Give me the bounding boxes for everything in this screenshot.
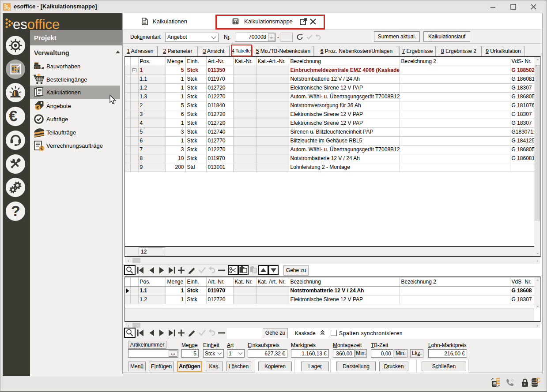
svg-text:€: € <box>36 105 39 110</box>
svg-text:€: € <box>40 146 43 151</box>
